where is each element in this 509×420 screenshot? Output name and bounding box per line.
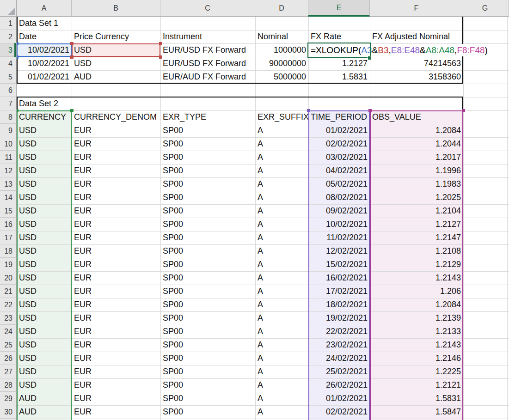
cell-b2-header[interactable]: Price Currency xyxy=(72,30,160,43)
cell-a2-header[interactable]: Date xyxy=(17,30,72,43)
cell-obs-value[interactable]: 1.2143 xyxy=(370,271,463,285)
cell-exr-type[interactable]: SP00 xyxy=(160,271,255,285)
row-header-4[interactable]: 4 xyxy=(0,57,17,70)
cell-d3-nominal[interactable]: 1000000 xyxy=(255,43,308,57)
row-header-18[interactable]: 18 xyxy=(0,244,17,258)
cell-currency[interactable]: AUD xyxy=(17,405,72,419)
cell-currency-denom[interactable]: EUR xyxy=(72,311,160,325)
row-header-8[interactable]: 8 xyxy=(0,110,17,124)
row-header-17[interactable]: 17 xyxy=(0,231,17,244)
row-header-3[interactable]: 3 xyxy=(0,43,17,57)
cell-currency[interactable]: USD xyxy=(17,298,72,311)
cell-time-period[interactable]: 02/02/2021 xyxy=(308,137,370,151)
cell-c2-header[interactable]: Instrument xyxy=(160,30,255,43)
cell-exr-type[interactable]: SP00 xyxy=(160,164,255,177)
cell-currency[interactable]: USD xyxy=(17,191,72,204)
cell-c4-instrument[interactable]: EUR/USD FX Forward xyxy=(160,57,255,70)
row-header-2[interactable]: 2 xyxy=(0,30,17,43)
cell-time-period[interactable]: 15/02/2021 xyxy=(308,258,370,271)
cell-time-period[interactable]: 23/02/2021 xyxy=(308,338,370,352)
cell-a5-date[interactable]: 01/02/2021 xyxy=(17,70,72,84)
cell-c5-instrument[interactable]: EUR/AUD FX Forward xyxy=(160,70,255,84)
cell-time-period[interactable]: 12/02/2021 xyxy=(308,244,370,258)
cell-currency-denom[interactable]: EUR xyxy=(72,271,160,285)
cell-exr-type[interactable]: SP00 xyxy=(160,137,255,151)
row-header-23[interactable]: 23 xyxy=(0,311,17,325)
cell-b4-currency[interactable]: USD xyxy=(72,57,160,70)
cell-time-period[interactable]: 09/02/2021 xyxy=(308,204,370,218)
column-header-g[interactable]: G xyxy=(463,0,507,17)
cell-exr-type[interactable]: SP00 xyxy=(160,285,255,298)
cell-a4-date[interactable]: 10/02/2021 xyxy=(17,57,72,70)
cell-obs-value[interactable]: 1.2143 xyxy=(370,338,463,352)
cell-currency[interactable]: USD xyxy=(17,244,72,258)
cell-obs-value[interactable]: 1.206 xyxy=(370,285,463,298)
cell-currency-denom[interactable]: EUR xyxy=(72,151,160,164)
cell-exr-suffix[interactable]: A xyxy=(255,378,308,392)
cell-exr-type[interactable]: SP00 xyxy=(160,338,255,352)
cell-exr-type[interactable]: SP00 xyxy=(160,231,255,244)
cell-exr-type[interactable]: SP00 xyxy=(160,392,255,405)
cell-exr-type[interactable]: SP00 xyxy=(160,298,255,311)
cell-e8-header[interactable]: TIME_PERIOD xyxy=(308,110,370,124)
cell-currency-denom[interactable]: EUR xyxy=(72,191,160,204)
cell-exr-type[interactable]: SP00 xyxy=(160,365,255,378)
cell-currency-denom[interactable]: EUR xyxy=(72,392,160,405)
cell-exr-suffix[interactable]: A xyxy=(255,177,308,191)
cell-obs-value[interactable]: 1.2025 xyxy=(370,191,463,204)
cell-time-period[interactable]: 01/02/2021 xyxy=(308,124,370,137)
cell-currency-denom[interactable]: EUR xyxy=(72,177,160,191)
row-header-28[interactable]: 28 xyxy=(0,378,17,392)
cell-currency[interactable]: USD xyxy=(17,231,72,244)
cell-exr-suffix[interactable]: A xyxy=(255,365,308,378)
cell-currency[interactable]: USD xyxy=(17,378,72,392)
cell-currency-denom[interactable]: EUR xyxy=(72,405,160,419)
cell-exr-suffix[interactable]: A xyxy=(255,151,308,164)
cell-f5-fx-adjusted[interactable]: 3158360 xyxy=(370,70,463,84)
cell-e2-header[interactable]: FX Rate xyxy=(308,30,370,43)
cell-f8-header[interactable]: OBS_VALUE xyxy=(370,110,463,124)
cell-exr-suffix[interactable]: A xyxy=(255,338,308,352)
cell-obs-value[interactable]: 1.2108 xyxy=(370,244,463,258)
cell-exr-type[interactable]: SP00 xyxy=(160,352,255,365)
cell-obs-value[interactable]: 1.2146 xyxy=(370,352,463,365)
row-header-15[interactable]: 15 xyxy=(0,204,17,218)
row-header-10[interactable]: 10 xyxy=(0,137,17,151)
cell-exr-suffix[interactable]: A xyxy=(255,218,308,231)
column-header-d[interactable]: D xyxy=(255,0,308,17)
cell-a7-title[interactable]: Data Set 2 xyxy=(17,97,72,110)
cell-exr-suffix[interactable]: A xyxy=(255,392,308,405)
cell-obs-value[interactable]: 1.5847 xyxy=(370,405,463,419)
cell-exr-suffix[interactable]: A xyxy=(255,164,308,177)
cell-exr-suffix[interactable]: A xyxy=(255,231,308,244)
row-header-26[interactable]: 26 xyxy=(0,352,17,365)
cell-currency[interactable]: USD xyxy=(17,352,72,365)
cell-obs-value[interactable]: 1.2044 xyxy=(370,137,463,151)
row-header-7[interactable]: 7 xyxy=(0,97,17,110)
row-header-22[interactable]: 22 xyxy=(0,298,17,311)
cell-currency-denom[interactable]: EUR xyxy=(72,137,160,151)
cell-c3-instrument[interactable]: EUR/USD FX Forward xyxy=(160,43,255,57)
cell-currency-denom[interactable]: EUR xyxy=(72,164,160,177)
cell-obs-value[interactable]: 1.2133 xyxy=(370,325,463,338)
cell-obs-value[interactable]: 1.2017 xyxy=(370,151,463,164)
cell-obs-value[interactable]: 1.1983 xyxy=(370,177,463,191)
cell-obs-value[interactable]: 1.2139 xyxy=(370,311,463,325)
cell-exr-type[interactable]: SP00 xyxy=(160,151,255,164)
cell-d5-nominal[interactable]: 5000000 xyxy=(255,70,308,84)
cell-obs-value[interactable]: 1.2147 xyxy=(370,231,463,244)
cell-currency[interactable]: USD xyxy=(17,365,72,378)
cell-exr-suffix[interactable]: A xyxy=(255,137,308,151)
row-header-6[interactable]: 6 xyxy=(0,84,17,97)
cell-obs-value[interactable]: 1.2084 xyxy=(370,124,463,137)
row-header-13[interactable]: 13 xyxy=(0,177,17,191)
cell-d2-header[interactable]: Nominal xyxy=(255,30,308,43)
column-header-c[interactable]: C xyxy=(160,0,255,17)
row-header-30[interactable]: 30 xyxy=(0,405,17,419)
cell-b3-currency[interactable]: USD xyxy=(72,43,160,57)
cell-obs-value[interactable]: 1.2129 xyxy=(370,258,463,271)
cell-exr-suffix[interactable]: A xyxy=(255,405,308,419)
row-header-24[interactable]: 24 xyxy=(0,325,17,338)
cell-exr-suffix[interactable]: A xyxy=(255,298,308,311)
cell-exr-suffix[interactable]: A xyxy=(255,271,308,285)
